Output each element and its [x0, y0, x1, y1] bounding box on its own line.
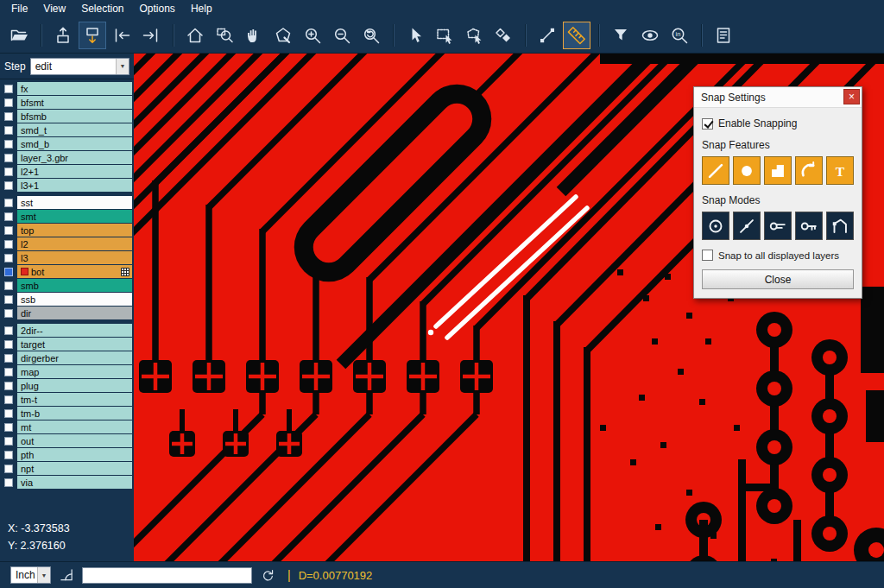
command-input[interactable]: [82, 567, 252, 584]
snap-line-icon[interactable]: [702, 156, 729, 185]
layer-visibility-checkbox[interactable]: [4, 340, 13, 349]
menu-item-help[interactable]: Help: [183, 1, 220, 16]
layer-row-l2[interactable]: l2: [0, 237, 134, 250]
layer-row-top[interactable]: top: [0, 224, 134, 237]
layer-row-bfsmt[interactable]: bfsmt: [0, 96, 134, 109]
layer-row-bot[interactable]: bot: [0, 265, 134, 278]
step-dropdown[interactable]: edit ▼: [30, 58, 129, 75]
layer-row-layer_3.gbr[interactable]: layer_3.gbr: [0, 151, 134, 164]
pcb-canvas[interactable]: Snap Settings × Enable Snapping Snap Fea…: [134, 54, 884, 561]
layer-row-2dir--[interactable]: 2dir--: [0, 324, 134, 337]
layer-visibility-checkbox[interactable]: [4, 478, 13, 487]
layer-visibility-checkbox[interactable]: [4, 437, 13, 446]
layer-row-l3+1[interactable]: l3+1: [0, 179, 134, 192]
menu-item-options[interactable]: Options: [132, 1, 183, 16]
layer-row-dirgerber[interactable]: dirgerber: [0, 351, 134, 364]
layer-row-smd_b[interactable]: smd_b: [0, 137, 134, 150]
export-up-icon[interactable]: [49, 22, 77, 49]
snap-center-icon[interactable]: [702, 212, 729, 240]
layer-visibility-checkbox[interactable]: [4, 126, 13, 135]
layer-row-bfsmb[interactable]: bfsmb: [0, 110, 134, 123]
measure-line-icon[interactable]: [534, 22, 561, 49]
zoom-out-icon[interactable]: [328, 22, 356, 49]
layer-row-dir[interactable]: dir: [0, 307, 134, 319]
layer-visibility-checkbox[interactable]: [4, 423, 13, 432]
layer-visibility-checkbox[interactable]: [4, 154, 13, 162]
layer-visibility-checkbox[interactable]: [4, 368, 13, 376]
grid-icon[interactable]: [121, 268, 129, 276]
layer-row-tm-b[interactable]: tm-b: [0, 407, 134, 420]
angle-icon[interactable]: [59, 567, 74, 583]
find-in-icon[interactable]: in: [666, 22, 693, 49]
layer-row-npt[interactable]: npt: [0, 462, 134, 475]
report-icon[interactable]: [710, 22, 737, 49]
snap-vertex-icon[interactable]: [826, 212, 854, 240]
import-left-icon[interactable]: [108, 22, 136, 49]
open-folder-icon[interactable]: [5, 22, 33, 49]
layer-row-smd_t[interactable]: smd_t: [0, 123, 134, 136]
layer-row-l2+1[interactable]: l2+1: [0, 165, 134, 178]
layer-visibility-checkbox[interactable]: [4, 112, 13, 121]
eye-icon[interactable]: [636, 22, 664, 49]
layer-visibility-checkbox[interactable]: [4, 168, 13, 176]
layer-visibility-checkbox[interactable]: [4, 451, 13, 459]
select-same-icon[interactable]: [489, 22, 517, 49]
layer-visibility-checkbox[interactable]: [4, 199, 13, 207]
layer-visibility-checkbox[interactable]: [4, 395, 13, 404]
layer-visibility-checkbox[interactable]: [4, 212, 13, 221]
layer-row-map[interactable]: map: [0, 365, 134, 378]
filter-icon[interactable]: [607, 22, 635, 49]
layer-visibility-checkbox[interactable]: [4, 85, 13, 93]
layer-visibility-checkbox[interactable]: [4, 268, 13, 276]
layer-row-l3[interactable]: l3: [0, 251, 134, 264]
select-rect-icon[interactable]: [431, 22, 458, 49]
layer-visibility-checkbox[interactable]: [4, 354, 13, 363]
close-icon[interactable]: ×: [843, 89, 860, 104]
layer-visibility-checkbox[interactable]: [4, 465, 13, 473]
layer-visibility-checkbox[interactable]: [4, 295, 13, 304]
pan-hand-icon[interactable]: [240, 22, 268, 49]
layer-row-tm-t[interactable]: tm-t: [0, 393, 134, 406]
layer-row-target[interactable]: target: [0, 338, 134, 351]
snap-point-icon[interactable]: [733, 212, 761, 240]
layer-row-pth[interactable]: pth: [0, 448, 134, 461]
close-button[interactable]: Close: [702, 269, 854, 289]
import-down-icon[interactable]: [79, 22, 106, 49]
menu-item-selection[interactable]: Selection: [73, 1, 131, 16]
layer-visibility-checkbox[interactable]: [4, 326, 13, 335]
layer-row-smb[interactable]: smb: [0, 279, 134, 292]
ruler-icon[interactable]: [563, 22, 590, 49]
snap-key-icon[interactable]: [795, 212, 823, 240]
snap-pad-icon[interactable]: [733, 156, 761, 185]
layer-row-out[interactable]: out: [0, 434, 134, 447]
menu-item-view[interactable]: View: [35, 1, 73, 16]
refresh-icon[interactable]: [260, 567, 275, 583]
layer-visibility-checkbox[interactable]: [4, 226, 13, 235]
layer-row-mt[interactable]: mt: [0, 420, 134, 433]
layer-visibility-checkbox[interactable]: [4, 309, 13, 318]
layer-row-sst[interactable]: sst: [0, 196, 134, 209]
layer-visibility-checkbox[interactable]: [4, 140, 13, 149]
unit-dropdown[interactable]: Inch ▼: [10, 566, 51, 584]
layer-row-smt[interactable]: smt: [0, 210, 134, 223]
menu-item-file[interactable]: File: [3, 1, 35, 16]
layer-row-ssb[interactable]: ssb: [0, 293, 134, 306]
export-right-icon[interactable]: [137, 22, 165, 49]
layer-visibility-checkbox[interactable]: [4, 98, 13, 107]
snap-surface-icon[interactable]: [764, 156, 792, 185]
snap-all-layers-checkbox[interactable]: Snap to all displayed layers: [702, 250, 854, 261]
select-cursor-icon[interactable]: [401, 22, 429, 49]
layer-visibility-checkbox[interactable]: [4, 254, 13, 262]
polygon-zoom-icon[interactable]: [269, 22, 297, 49]
dialog-titlebar[interactable]: Snap Settings ×: [694, 87, 862, 108]
layer-row-fx[interactable]: fx: [0, 82, 134, 95]
layer-row-via[interactable]: via: [0, 476, 134, 489]
enable-snapping-checkbox[interactable]: Enable Snapping: [702, 117, 854, 130]
zoom-window-icon[interactable]: [211, 22, 238, 49]
layer-visibility-checkbox[interactable]: [4, 281, 13, 290]
layer-visibility-checkbox[interactable]: [4, 409, 13, 418]
layer-visibility-checkbox[interactable]: [4, 181, 13, 190]
zoom-in-icon[interactable]: [299, 22, 326, 49]
snap-arc-icon[interactable]: [795, 156, 823, 185]
layer-row-plug[interactable]: plug: [0, 379, 134, 392]
